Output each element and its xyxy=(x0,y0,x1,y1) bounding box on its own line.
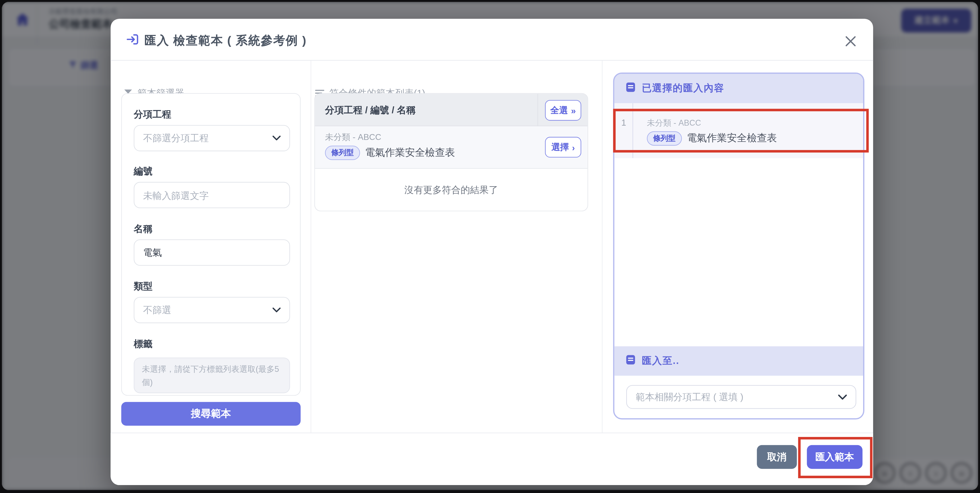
screenshot-root: 示範營造股份有限公司 公司檢查範本 建立範本 ▾ 篩選 未篩選 xyxy=(0,0,980,493)
tags-label: 標籤 xyxy=(134,338,153,350)
type-label: 類型 xyxy=(134,281,153,293)
selected-list xyxy=(614,103,863,158)
selected-panel-title: 已選擇的匯入內容 xyxy=(642,82,724,95)
column-divider xyxy=(602,60,602,433)
chevron-down-icon xyxy=(838,394,847,400)
name-input[interactable] xyxy=(134,239,290,266)
filter-form-card: 分項工程 不篩選分項工程 編號 名稱 類型 不篩選 xyxy=(121,93,301,396)
type-badge: 條列型 xyxy=(647,131,682,145)
destination-select[interactable]: 範本相關分項工程 ( 選填 ) xyxy=(626,385,856,409)
select-row-button[interactable]: 選擇 › xyxy=(545,137,581,157)
selected-name: 電氣作業安全檢查表 xyxy=(687,132,777,145)
chevron-right-icon: › xyxy=(572,142,575,152)
row-number-column xyxy=(614,103,633,158)
cancel-button[interactable]: 取消 xyxy=(757,445,797,469)
selected-category: 未分類 - ABCC xyxy=(647,118,701,129)
number-input[interactable] xyxy=(134,182,290,208)
import-to-header: 匯入至.. xyxy=(614,346,863,375)
select-label: 選擇 xyxy=(551,142,569,153)
row-index: 1 xyxy=(614,118,633,127)
type-select[interactable]: 不篩選 xyxy=(134,297,290,323)
selected-panel-header: 已選擇的匯入內容 xyxy=(614,74,863,103)
destination-placeholder: 範本相關分項工程 ( 選填 ) xyxy=(636,391,744,403)
chevron-down-icon xyxy=(272,308,280,313)
document-icon xyxy=(626,355,636,367)
dialog-header: 匯入 檢查範本 ( 系統參考例 ) xyxy=(111,19,873,60)
import-icon xyxy=(126,33,139,46)
document-icon xyxy=(626,82,636,95)
tags-input[interactable] xyxy=(134,358,290,393)
chevron-down-icon xyxy=(272,136,280,141)
no-more-results: 沒有更多符合的結果了 xyxy=(315,169,587,212)
import-to-title: 匯入至.. xyxy=(642,355,679,367)
app-window: 示範營造股份有限公司 公司檢查範本 建立範本 ▾ 篩選 未篩選 xyxy=(2,2,978,490)
result-category: 未分類 - ABCC xyxy=(325,132,381,143)
results-table: 分項工程 / 編號 / 名稱 全選 » 未分類 - ABCC 條列型 電氣作業安… xyxy=(314,93,588,212)
selected-import-panel: 已選擇的匯入內容 1 未分類 - ABCC 條列型 電氣作業安全檢查表 匯入至.… xyxy=(613,73,864,420)
results-column-header: 分項工程 / 編號 / 名稱 xyxy=(325,105,416,116)
import-template-dialog: 匯入 檢查範本 ( 系統參考例 ) 範本篩選器 分項工程 不篩選分項工程 xyxy=(111,19,873,485)
import-template-button[interactable]: 匯入範本 xyxy=(807,445,862,469)
select-all-label: 全選 xyxy=(550,105,568,116)
result-name: 電氣作業安全檢查表 xyxy=(365,146,455,159)
subproject-select[interactable]: 不篩選分項工程 xyxy=(134,125,290,151)
double-chevron-right-icon: » xyxy=(571,105,576,115)
type-select-placeholder: 不篩選 xyxy=(143,304,171,316)
subproject-label: 分項工程 xyxy=(134,109,171,121)
select-all-button[interactable]: 全選 » xyxy=(545,100,581,121)
close-icon[interactable] xyxy=(843,34,858,49)
subproject-select-placeholder: 不篩選分項工程 xyxy=(143,132,208,144)
dialog-footer: 取消 匯入範本 xyxy=(111,433,873,485)
column-divider xyxy=(311,60,311,433)
search-template-button[interactable]: 搜尋範本 xyxy=(121,402,301,426)
dialog-title: 匯入 檢查範本 ( 系統參考例 ) xyxy=(145,33,307,49)
type-badge: 條列型 xyxy=(325,146,360,160)
number-label: 編號 xyxy=(134,165,153,178)
name-label: 名稱 xyxy=(134,223,153,235)
selected-row[interactable]: 條列型 電氣作業安全檢查表 xyxy=(647,131,777,145)
